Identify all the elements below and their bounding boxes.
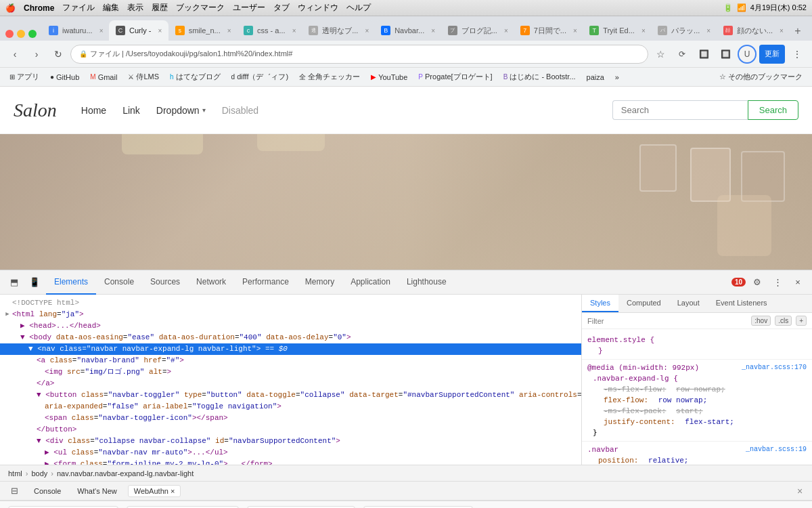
style-source-navbar[interactable]: _navbar.scss:19 <box>746 444 807 455</box>
reload-btn[interactable]: ↻ <box>49 45 68 64</box>
browser-tab-0[interactable]: i iwaturu... × <box>42 20 109 41</box>
browser-tab-10[interactable]: 顔 顔のない... × <box>717 20 789 41</box>
extension-btn-1[interactable]: ⟳ <box>673 45 692 64</box>
tab-console[interactable]: Console <box>96 270 142 295</box>
styles-filter-input[interactable] <box>587 317 747 325</box>
html-line-ul[interactable]: ▶ <ul class="navbar-nav mr-auto">...</ul… <box>0 447 581 459</box>
bookmark-bootstrap[interactable]: B はじめに - Bootstr... <box>499 70 580 83</box>
bookmark-progate[interactable]: P Progate[プロゲート] <box>414 70 496 83</box>
browser-tab-6[interactable]: ブ ブログ記... × <box>441 20 514 41</box>
tab-close-9[interactable]: × <box>704 26 713 35</box>
bottom-tab-webauthn[interactable]: WebAuthn × <box>128 485 181 497</box>
nav-home[interactable]: Home <box>81 105 106 116</box>
tab-close-2[interactable]: × <box>225 26 234 35</box>
nav-dropdown[interactable]: Dropdown ▾ <box>156 105 206 116</box>
style-source-media[interactable]: _navbar.scss:170 <box>742 362 807 373</box>
back-btn[interactable]: ‹ <box>5 45 24 64</box>
nav-link[interactable]: Link <box>122 105 140 116</box>
navbar-search-btn[interactable]: Search <box>748 100 798 120</box>
bottom-tab-whatsnew[interactable]: What's New <box>72 486 122 496</box>
pseudo-cls-btn[interactable]: .cls <box>775 316 792 326</box>
browser-tab-1[interactable]: C Curly - × <box>109 20 168 41</box>
browser-tab-4[interactable]: 透 透明なブ... × <box>302 20 374 41</box>
tab-application[interactable]: Application <box>342 270 399 295</box>
tab-close-0[interactable]: × <box>97 26 106 35</box>
html-line-nav[interactable]: ▼ <nav class="navbar navbar-expand-lg na… <box>0 343 581 355</box>
menubar-bookmarks[interactable]: ブックマーク <box>176 2 225 14</box>
navbar-search-input[interactable] <box>612 100 748 120</box>
html-line-head[interactable]: ▶ <head>...</head> <box>0 320 581 332</box>
menubar-help[interactable]: ヘルプ <box>346 2 371 14</box>
menubar-user[interactable]: ユーザー <box>233 2 265 14</box>
styles-tab-layout[interactable]: Layout <box>669 295 708 312</box>
html-line-div-collapse[interactable]: ▼ <div class="collapse navbar-collapse" … <box>0 436 581 447</box>
html-line-html[interactable]: ▶ <html lang="ja"> <box>0 309 581 320</box>
bookmark-zenkaku[interactable]: 全 全角チェッカー <box>295 70 364 83</box>
tab-elements[interactable]: Elements <box>46 270 96 295</box>
tab-performance[interactable]: Performance <box>234 270 297 295</box>
html-line-a-close[interactable]: </a> <box>0 378 581 389</box>
tab-close-1[interactable]: × <box>155 26 164 35</box>
html-line-a-brand[interactable]: <a class="navbar-brand" href="#"> <box>0 355 581 366</box>
bookmark-lms[interactable]: ⚔ 侍LMS <box>124 70 163 83</box>
bottom-close-btn[interactable]: × <box>793 484 807 498</box>
bookmark-hatena[interactable]: h はてなブログ <box>166 70 225 83</box>
tab-close-4[interactable]: × <box>362 26 371 35</box>
bookmark-more[interactable]: » <box>611 72 623 83</box>
tab-lighthouse[interactable]: Lighthouse <box>399 270 455 295</box>
browser-tab-9[interactable]: パ パラッ... × <box>651 20 717 41</box>
bookmark-github[interactable]: ● GitHub <box>46 72 83 83</box>
devtools-close-btn[interactable]: × <box>789 274 807 291</box>
tab-close-3[interactable]: × <box>290 26 299 35</box>
devtools-inspect-btn[interactable]: ⬒ <box>5 274 23 291</box>
menubar-chrome[interactable]: Chrome <box>24 3 54 13</box>
new-tab-btn[interactable]: + <box>789 22 807 41</box>
address-input[interactable]: 🔒 ファイル | /Users/toyodakouji/pg/salon1.ht… <box>70 45 648 64</box>
html-line-img[interactable]: <img src="img/ロゴ.png" alt=> <box>0 366 581 378</box>
bookmark-gmail[interactable]: M Gmail <box>86 72 121 83</box>
html-line-body[interactable]: ▼ <body data-aos-easing="ease" data-aos-… <box>0 332 581 343</box>
devtools-device-btn[interactable]: 📱 <box>26 274 43 291</box>
devtools-console-toggle[interactable]: ⊟ <box>5 482 23 500</box>
menubar-tab[interactable]: タブ <box>273 2 290 14</box>
browser-tab-8[interactable]: T Tryit Ed... × <box>583 20 651 41</box>
tab-network[interactable]: Network <box>188 270 234 295</box>
breadcrumb-body[interactable]: body <box>28 468 50 479</box>
bookmark-youtube[interactable]: ▶ YouTube <box>367 72 411 83</box>
html-line-button-close[interactable]: </button> <box>0 424 581 436</box>
tab-close-7[interactable]: × <box>570 26 580 35</box>
pseudo-add-btn[interactable]: + <box>796 316 807 326</box>
html-line-span-toggler[interactable]: <span class="navbar-toggler-icon"></span… <box>0 412 581 424</box>
update-btn[interactable]: 更新 <box>759 45 785 64</box>
tab-memory[interactable]: Memory <box>297 270 342 295</box>
maximize-window-btn[interactable] <box>28 30 37 38</box>
html-line-form[interactable]: ▶ <form class="form-inline my-2 my-lg-0"… <box>0 459 581 465</box>
extension-btn-2[interactable]: 🔲 <box>694 45 713 64</box>
menubar-history[interactable]: 履歴 <box>152 2 168 14</box>
styles-tab-events[interactable]: Event Listeners <box>708 295 775 312</box>
bookmark-star-btn[interactable]: ☆ <box>651 45 670 64</box>
devtools-more-btn[interactable]: ⋮ <box>769 274 786 291</box>
bookmark-apps[interactable]: ⊞ アプリ <box>5 70 43 83</box>
close-window-btn[interactable] <box>5 30 14 38</box>
breadcrumb-html[interactable]: html <box>5 468 25 479</box>
devtools-settings-btn[interactable]: ⚙ <box>748 274 766 291</box>
menubar-edit[interactable]: 編集 <box>103 2 119 14</box>
bookmark-paiza[interactable]: paiza <box>583 72 608 83</box>
minimize-window-btn[interactable] <box>17 30 25 38</box>
bookmark-other[interactable]: ☆ その他のブックマーク <box>715 70 807 83</box>
bottom-tab-console[interactable]: Console <box>28 486 66 496</box>
styles-tab-styles[interactable]: Styles <box>582 295 618 312</box>
tab-sources[interactable]: Sources <box>142 270 188 295</box>
browser-tab-5[interactable]: B Navbar... × <box>374 20 441 41</box>
breadcrumb-nav[interactable]: nav.navbar.navbar-expand-lg.navbar-light <box>54 468 196 479</box>
html-line-button[interactable]: ▼ <button class="navbar-toggler" type="b… <box>0 389 581 401</box>
tab-close-10[interactable]: × <box>777 26 786 35</box>
menubar-window[interactable]: ウィンドウ <box>298 2 338 14</box>
menubar-file[interactable]: ファイル <box>62 2 95 14</box>
pseudo-hov-btn[interactable]: :hov <box>751 316 771 326</box>
extension-btn-4[interactable]: U <box>738 45 757 64</box>
browser-tab-3[interactable]: c css - a... × <box>237 20 302 41</box>
menubar-view[interactable]: 表示 <box>127 2 143 14</box>
forward-btn[interactable]: › <box>27 45 46 64</box>
